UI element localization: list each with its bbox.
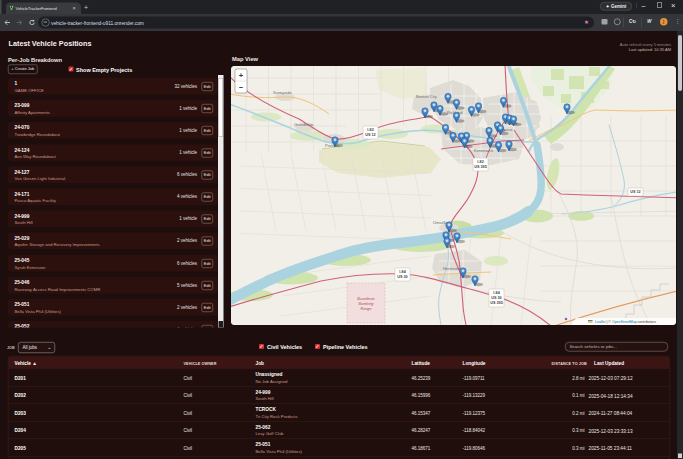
- svg-text:Range: Range: [360, 307, 371, 311]
- svg-text:US 12: US 12: [365, 133, 375, 137]
- svg-text:I-84: I-84: [399, 270, 406, 274]
- svg-text:US 30: US 30: [397, 275, 407, 279]
- svg-text:Kennewick: Kennewick: [474, 148, 493, 153]
- svg-text:I-84: I-84: [493, 291, 500, 295]
- svg-text:Benton City: Benton City: [416, 94, 437, 99]
- svg-text:US 30: US 30: [491, 296, 501, 300]
- svg-text:US 395: US 395: [474, 165, 487, 169]
- svg-text:I-82: I-82: [367, 128, 373, 132]
- svg-text:−: −: [239, 83, 244, 92]
- svg-text:Hermiston: Hermiston: [443, 266, 461, 271]
- svg-text:US 12: US 12: [630, 190, 640, 194]
- svg-text:Leaflet | © OpenStreetMap cont: Leaflet | © OpenStreetMap contributors: [595, 320, 656, 324]
- svg-text:Sunnyside: Sunnyside: [273, 90, 292, 95]
- svg-text:Grandview: Grandview: [294, 122, 313, 127]
- svg-text:US 395: US 395: [490, 301, 503, 305]
- svg-text:I-82: I-82: [477, 160, 483, 164]
- svg-text:+: +: [239, 71, 244, 80]
- svg-text:Boardman: Boardman: [357, 297, 374, 301]
- svg-text:Bombing: Bombing: [359, 302, 375, 306]
